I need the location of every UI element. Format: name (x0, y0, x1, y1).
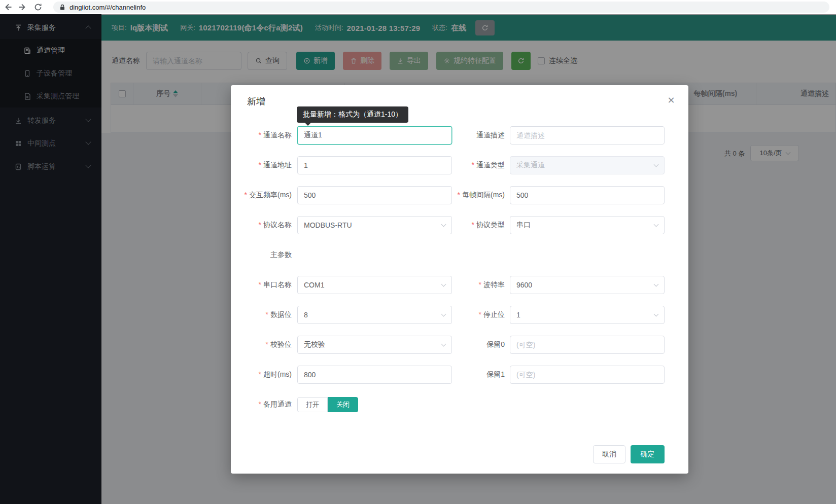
chevron-down-icon (441, 282, 446, 287)
chevron-down-icon (654, 222, 659, 227)
parity-select[interactable]: 无校验 (297, 336, 452, 354)
chevron-down-icon (654, 282, 659, 287)
form-row: 通道名称 通道描述 (231, 126, 688, 145)
form-row: 主参数 (231, 246, 688, 264)
cancel-button[interactable]: 取消 (593, 445, 625, 463)
protocol-type-value: 串口 (516, 221, 531, 230)
data-bits-field-label: 数据位 (231, 310, 292, 319)
close-icon[interactable]: ✕ (665, 94, 677, 106)
backup-close-button[interactable]: 关闭 (328, 397, 358, 412)
batch-add-tooltip: 批量新增：格式为（通道1-10） (297, 106, 408, 123)
stop-bits-value: 1 (516, 311, 520, 319)
backup-channel-field-label: 备用通道 (231, 400, 292, 409)
reserve0-field-label: 保留0 (452, 340, 505, 349)
url-text: dingiiot.com/#/channelinfo (69, 4, 146, 11)
browser-reload-button[interactable] (30, 1, 46, 14)
reload-icon (34, 3, 42, 11)
backup-channel-toggle: 打开 关闭 (297, 397, 358, 412)
timeout-field-label: 超时(ms) (231, 370, 292, 379)
frame-interval-field-label: 每帧间隔(ms) (452, 191, 505, 200)
baud-rate-field-label: 波特率 (452, 280, 505, 290)
dialog-form: 通道名称 通道描述 通道地址 通道类型 采集通道 交互频率(ms) (231, 126, 688, 425)
timeout-field[interactable] (297, 366, 452, 384)
frame-interval-field[interactable] (510, 186, 665, 204)
form-row: 备用通道 打开 关闭 (231, 395, 688, 414)
browser-back-button[interactable] (0, 1, 15, 14)
interact-freq-field-label: 交互频率(ms) (231, 191, 292, 200)
backup-open-button[interactable]: 打开 (297, 397, 328, 412)
channel-type-field-label: 通道类型 (452, 161, 505, 170)
serial-name-value: COM1 (304, 281, 324, 289)
parity-value: 无校验 (304, 340, 325, 349)
form-row: 串口名称 COM1 波特率 9600 (231, 276, 688, 294)
chevron-down-icon (654, 162, 659, 167)
chevron-down-icon (441, 222, 446, 227)
channel-addr-field[interactable] (297, 156, 452, 174)
address-bar[interactable]: dingiiot.com/#/channelinfo (53, 2, 829, 13)
form-row: 协议名称 MODBUS-RTU 协议类型 串口 (231, 216, 688, 234)
app-window: 采集服务 通道管理 子设备管理 采集测点管理 转发服务 (0, 14, 836, 504)
form-row: 通道地址 通道类型 采集通道 (231, 156, 688, 174)
main-params-section-label: 主参数 (231, 250, 292, 260)
serial-name-select[interactable]: COM1 (297, 276, 452, 294)
channel-name-field-label: 通道名称 (231, 131, 292, 140)
form-row: 校验位 无校验 保留0 (231, 336, 688, 354)
protocol-name-value: MODBUS-RTU (304, 221, 352, 229)
channel-desc-field[interactable] (510, 126, 665, 145)
form-row: 超时(ms) 保留1 (231, 366, 688, 384)
stop-bits-field-label: 停止位 (452, 310, 505, 319)
forward-arrow-icon (19, 3, 27, 11)
protocol-type-select[interactable]: 串口 (510, 216, 665, 234)
protocol-name-field-label: 协议名称 (231, 221, 292, 230)
protocol-name-select[interactable]: MODBUS-RTU (297, 216, 452, 234)
dialog-title: 新增 (247, 95, 265, 107)
reserve1-field[interactable] (510, 366, 665, 384)
channel-name-field[interactable] (297, 126, 452, 145)
back-arrow-icon (4, 3, 12, 11)
protocol-type-field-label: 协议类型 (452, 221, 505, 230)
browser-forward-button[interactable] (15, 1, 30, 14)
reserve1-field-label: 保留1 (452, 370, 505, 379)
channel-desc-field-label: 通道描述 (452, 131, 505, 140)
screen: dingiiot.com/#/channelinfo 采集服务 通道管理 子设备… (0, 0, 836, 504)
lock-icon (59, 4, 65, 11)
baud-rate-select[interactable]: 9600 (510, 276, 665, 294)
baud-rate-value: 9600 (516, 281, 532, 289)
dialog-footer: 取消 确定 (231, 445, 688, 463)
data-bits-value: 8 (304, 311, 308, 319)
reserve0-field[interactable] (510, 336, 665, 354)
form-row: 数据位 8 停止位 1 (231, 306, 688, 324)
channel-addr-field-label: 通道地址 (231, 161, 292, 170)
serial-name-field-label: 串口名称 (231, 280, 292, 290)
parity-field-label: 校验位 (231, 340, 292, 349)
channel-type-select[interactable]: 采集通道 (510, 156, 665, 174)
browser-toolbar: dingiiot.com/#/channelinfo (0, 0, 836, 14)
form-row: 交互频率(ms) 每帧间隔(ms) (231, 186, 688, 204)
add-channel-dialog: 新增 ✕ 批量新增：格式为（通道1-10） 通道名称 通道描述 通道地址 通道类… (231, 85, 688, 474)
confirm-button[interactable]: 确定 (631, 445, 665, 463)
interact-freq-field[interactable] (297, 186, 452, 204)
stop-bits-select[interactable]: 1 (510, 306, 665, 324)
chevron-down-icon (441, 312, 446, 317)
data-bits-select[interactable]: 8 (297, 306, 452, 324)
channel-type-value: 采集通道 (516, 161, 545, 170)
chevron-down-icon (654, 312, 659, 317)
chevron-down-icon (441, 342, 446, 347)
